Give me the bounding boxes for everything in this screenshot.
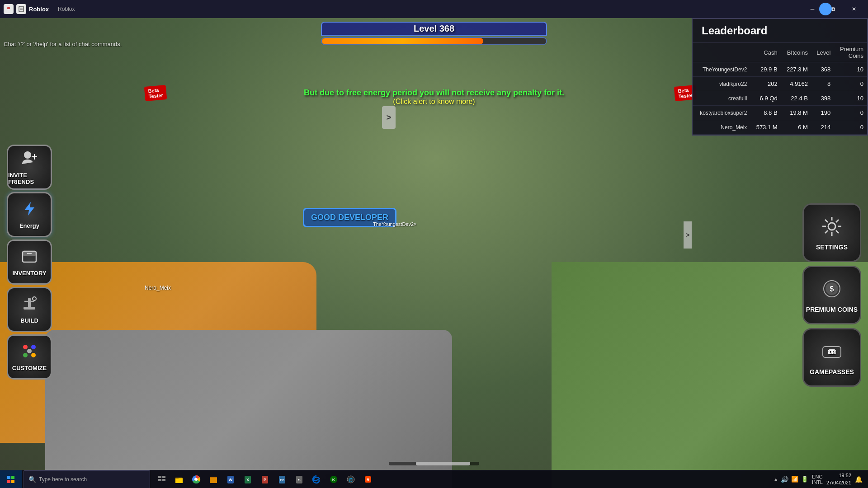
word-button[interactable]: W [222,471,239,488]
build-button[interactable]: BUILD [7,287,52,332]
svg-text:$: $ [830,285,834,293]
inventory-button[interactable]: INVENTORY [7,239,52,285]
svg-text:UP: UP [829,350,835,355]
svg-point-128 [31,345,36,349]
lb-name-3: kostyarobloxsuper2 [693,106,750,120]
svg-marker-119 [24,202,34,216]
col-level: Level [811,43,834,62]
clock-date: 27/04/2021 [826,479,851,486]
search-bar[interactable]: 🔍 Type here to search [24,470,150,488]
energy-label: Energy [19,222,39,229]
explorer2-button[interactable] [205,471,222,488]
language-indicator[interactable]: ENG INTL [812,474,823,485]
battery-icon[interactable]: 🔋 [801,476,808,483]
col-cash: Cash [750,43,781,62]
svg-rect-149 [7,480,10,483]
notification-icon[interactable]: 🔔 [855,476,863,483]
app-name-label: Roblox [29,6,49,13]
file-explorer-button[interactable] [171,471,187,488]
lb-premium-3: 0 [834,106,867,120]
settings-icon [821,215,843,242]
leaderboard-table: Cash BItcoins Level PremiumCoins TheYoun… [693,43,867,135]
lb-cash-3: 8.8 B [750,106,781,120]
lb-btc-2: 22.4 B [781,91,811,106]
settings-button[interactable]: SETTINGS [802,203,861,262]
svg-rect-148 [11,476,14,479]
edge-button[interactable] [308,471,325,488]
caret-up-icon[interactable]: ▲ [774,477,778,482]
app8-button[interactable]: S [291,471,307,488]
lb-premium-4: 0 [834,120,867,135]
lang-code: ENG INTL [812,474,823,485]
lb-level-1: 8 [811,77,834,91]
taskbar: 🔍 Type here to search [0,470,868,488]
player-label-nero: Nero_Meix [145,285,171,291]
chrome-button[interactable] [188,471,204,488]
svg-rect-152 [162,476,165,478]
leaderboard-row: vladikpro22 202 4.9162 8 0 [693,77,867,91]
close-button[interactable]: ✕ [844,0,864,18]
right-action-buttons: SETTINGS $ PREMIUM COINS 🎟 UP GAMEPASSES [802,203,861,387]
settings-label: SETTINGS [816,244,848,251]
lb-name-1: vladikpro22 [693,77,750,91]
roblox-logo-icon [4,4,14,14]
leaderboard-row: Nero_Meix 573.1 M 6 M 214 0 [693,120,867,135]
col-bitcoins: BItcoins [781,43,811,62]
gamepasses-label: GAMEPASSES [810,368,854,375]
taskview-button[interactable] [154,471,170,488]
lb-btc-4: 6 M [781,120,811,135]
alert-message[interactable]: But due to free energy period you will n… [304,88,564,106]
vpn-button[interactable]: 🌐 [343,471,359,488]
beta-badge-label: BetaTester [144,85,167,101]
bottom-progress-bar [389,462,479,465]
alert-text-line2[interactable]: (Click alert to know more) [304,98,564,106]
taskbar-clock[interactable]: 19:52 27/04/2021 [826,472,851,486]
energy-button[interactable]: Energy [7,192,52,237]
powerpoint-button[interactable]: P [257,471,273,488]
scroll-arrow[interactable]: > [382,106,396,129]
clock-time: 19:52 [826,472,851,479]
svg-rect-2 [19,6,24,12]
premium-coins-icon: $ [821,277,843,304]
lb-premium-2: 10 [834,91,867,106]
left-action-buttons: INVITE FRIENDS Energy INVENTORY [7,145,52,380]
customize-button[interactable]: CUSTOMIZE [7,334,52,380]
col-premium: PremiumCoins [834,43,867,62]
lb-cash-1: 202 [750,77,781,91]
publisher-button[interactable]: Pb [274,471,290,488]
titlebar-avatar [819,3,832,15]
bottom-bar-fill [416,462,470,465]
svg-point-115 [24,151,31,159]
start-button[interactable] [0,470,22,488]
lb-name-0: TheYoungestDev2 [693,62,750,77]
svg-line-138 [836,230,839,233]
app12-button[interactable]: R [360,471,376,488]
svg-point-126 [33,297,36,300]
window-title-text: Roblox [58,6,75,12]
excel-button[interactable]: X [240,471,256,488]
svg-rect-157 [175,478,179,479]
lb-btc-1: 4.9162 [781,77,811,91]
svg-rect-147 [7,476,10,479]
svg-rect-124 [28,298,31,308]
kapersky-button[interactable]: K [326,471,342,488]
premium-coins-button[interactable]: $ PREMIUM COINS [802,266,861,324]
lb-cash-0: 29.9 B [750,62,781,77]
level-bar-background [321,37,547,45]
svg-point-131 [27,349,32,353]
leaderboard-row: creafulll 6.9 Qd 22.4 B 398 10 [693,91,867,106]
network-icon[interactable]: 📶 [791,476,798,483]
lb-level-3: 190 [811,106,834,120]
search-icon: 🔍 [28,476,36,483]
speaker-icon[interactable]: 🔊 [781,476,788,483]
svg-line-137 [825,220,828,222]
leaderboard-rows: TheYoungestDev2 29.9 B 227.3 M 368 10 vl… [693,62,867,135]
player-label-dev2: TheYoungestDev2× [373,221,417,227]
invite-friends-button[interactable]: INVITE FRIENDS [7,145,52,190]
gamepasses-button[interactable]: 🎟 UP GAMEPASSES [802,328,861,387]
leaderboard-side-tab[interactable]: > [684,221,692,249]
svg-line-140 [825,230,828,233]
doc-icon[interactable] [16,4,26,14]
build-label: BUILD [20,317,38,324]
svg-rect-156 [175,479,183,483]
